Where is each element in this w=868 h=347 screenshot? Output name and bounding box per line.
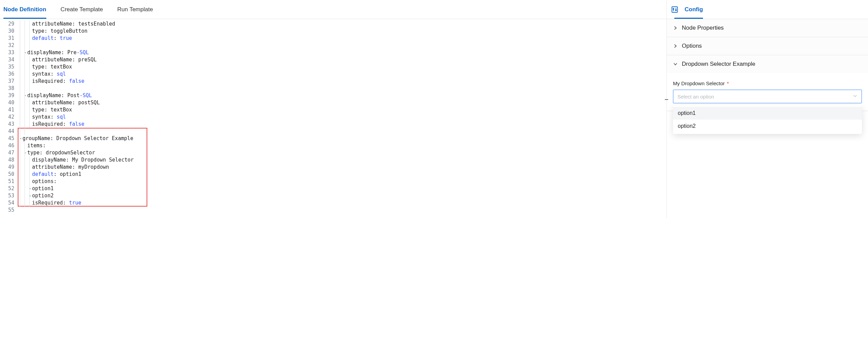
line-number: 49 xyxy=(0,164,14,171)
code-token: syntax: xyxy=(32,71,57,78)
code-token: options: xyxy=(32,178,57,185)
chevron-right-icon xyxy=(673,44,678,48)
code-line[interactable]: - displayName: Pre-SQL xyxy=(18,49,667,56)
code-line[interactable]: options: xyxy=(18,178,667,185)
section-title: Options xyxy=(682,43,702,49)
code-line[interactable] xyxy=(18,42,667,49)
code-line[interactable]: attributeName: postSQL xyxy=(18,99,667,106)
line-number: 53 xyxy=(0,192,14,199)
line-number: 44 xyxy=(0,128,14,135)
code-token: groupName: Dropdown Selector Example xyxy=(23,135,133,142)
line-number: 43 xyxy=(0,121,14,128)
dropdown-option[interactable]: option2 xyxy=(673,120,862,133)
dropdown-label: My Dropdown Selector * xyxy=(673,80,862,86)
code-token: type: textBox xyxy=(32,106,72,114)
code-line[interactable]: type: textBox xyxy=(18,106,667,114)
line-number: 48 xyxy=(0,156,14,164)
code-area[interactable]: attributeName: testsEnabled type: toggle… xyxy=(18,19,667,215)
code-line[interactable]: attributeName: testsEnabled xyxy=(18,20,667,28)
code-line[interactable]: isRequired: false xyxy=(18,121,667,128)
line-number: 34 xyxy=(0,56,14,63)
code-token: syntax: xyxy=(32,114,57,121)
sliders-icon xyxy=(671,6,678,13)
line-number: 29 xyxy=(0,20,14,28)
dropdown-input[interactable]: Select an option xyxy=(673,90,862,103)
line-number: 50 xyxy=(0,171,14,178)
line-number: 36 xyxy=(0,71,14,78)
code-line[interactable] xyxy=(18,85,667,92)
code-line[interactable]: attributeName: preSQL xyxy=(18,56,667,63)
code-token: attributeName: postSQL xyxy=(32,99,100,106)
code-line[interactable]: - option2 xyxy=(18,192,667,199)
required-mark: * xyxy=(727,80,729,86)
drag-icon xyxy=(664,96,669,103)
line-number: 40 xyxy=(0,99,14,106)
code-line[interactable]: - type: dropdownSelector xyxy=(18,149,667,156)
line-gutter: 2930313233343536373839404142434445464748… xyxy=(0,19,18,215)
code-token: default xyxy=(32,171,54,178)
code-token: sql xyxy=(57,114,66,121)
dropdown-label-text: My Dropdown Selector xyxy=(673,80,725,86)
code-line[interactable]: type: textBox xyxy=(18,63,667,71)
code-line[interactable]: - displayName: Post-SQL xyxy=(18,92,667,99)
line-number: 38 xyxy=(0,85,14,92)
section-body-dropdown-example: My Dropdown Selector * Select an option … xyxy=(667,73,868,111)
line-number: 42 xyxy=(0,114,14,121)
svg-point-5 xyxy=(675,10,676,11)
svg-point-3 xyxy=(673,8,674,9)
code-line[interactable]: type: toggleButton xyxy=(18,28,667,35)
section-title: Dropdown Selector Example xyxy=(682,61,755,67)
tab-config[interactable]: Config xyxy=(685,1,703,18)
section-head-options[interactable]: Options xyxy=(667,37,868,55)
section-node-properties: Node Properties xyxy=(667,19,868,37)
code-token: option1 xyxy=(32,185,54,192)
code-token: attributeName: preSQL xyxy=(32,56,97,63)
code-line[interactable]: attributeName: myDropdown xyxy=(18,164,667,171)
code-token: type: toggleButton xyxy=(32,28,88,35)
code-line[interactable]: isRequired: false xyxy=(18,78,667,85)
section-head-node-properties[interactable]: Node Properties xyxy=(667,19,868,37)
line-number: 46 xyxy=(0,142,14,149)
code-token: false xyxy=(69,121,84,128)
code-line[interactable]: items: xyxy=(18,142,667,149)
code-token: sql xyxy=(57,71,66,78)
section-head-dropdown-example[interactable]: Dropdown Selector Example xyxy=(667,55,868,73)
code-line[interactable]: default: option1 xyxy=(18,171,667,178)
code-token: true xyxy=(69,199,81,207)
tab-create-template[interactable]: Create Template xyxy=(61,1,103,18)
code-line[interactable] xyxy=(18,128,667,135)
code-line[interactable]: isRequired: true xyxy=(18,199,667,207)
code-token: false xyxy=(69,78,84,85)
code-line[interactable]: displayName: My Dropdown Selector xyxy=(18,156,667,164)
code-token: option2 xyxy=(32,192,54,199)
dropdown-selector: Select an option option1 option2 xyxy=(673,90,862,103)
code-token: displayName: Post xyxy=(27,92,80,99)
code-token: : option1 xyxy=(54,171,81,178)
code-line[interactable]: syntax: sql xyxy=(18,71,667,78)
dropdown-menu: option1 option2 xyxy=(673,105,862,134)
code-line[interactable]: - option1 xyxy=(18,185,667,192)
code-token: displayName: Pre xyxy=(27,49,77,56)
chevron-right-icon xyxy=(673,26,678,30)
code-line[interactable] xyxy=(18,207,667,214)
tab-node-definition[interactable]: Node Definition xyxy=(3,1,46,18)
section-dropdown-example: Dropdown Selector Example My Dropdown Se… xyxy=(667,55,868,111)
line-number: 54 xyxy=(0,199,14,207)
line-number: 31 xyxy=(0,35,14,42)
code-line[interactable]: syntax: sql xyxy=(18,114,667,121)
code-editor[interactable]: 2930313233343536373839404142434445464748… xyxy=(0,19,667,215)
code-line[interactable]: - groupName: Dropdown Selector Example xyxy=(18,135,667,142)
tab-run-template[interactable]: Run Template xyxy=(117,1,153,18)
code-line[interactable]: default: true xyxy=(18,35,667,42)
line-number: 47 xyxy=(0,149,14,156)
svg-rect-1 xyxy=(672,6,678,12)
line-number: 35 xyxy=(0,63,14,71)
panel-resize-handle[interactable] xyxy=(664,95,669,104)
code-token: isRequired: xyxy=(32,78,69,85)
code-token: : xyxy=(54,35,60,42)
code-token: isRequired: xyxy=(32,199,69,207)
fold-marker xyxy=(14,207,18,214)
code-token: type: dropdownSelector xyxy=(27,149,95,156)
line-number: 55 xyxy=(0,207,14,214)
dropdown-option[interactable]: option1 xyxy=(673,107,862,120)
